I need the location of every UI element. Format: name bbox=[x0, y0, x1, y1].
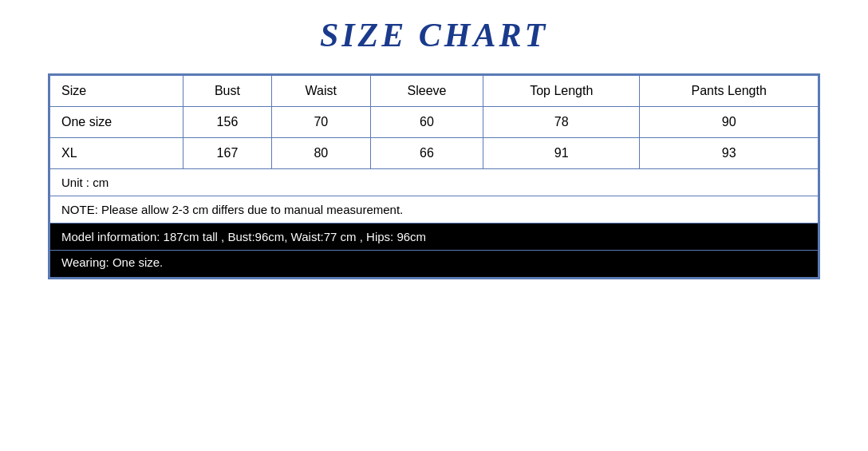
col-header-pants-length: Pants Length bbox=[640, 76, 819, 107]
col-header-waist: Waist bbox=[271, 76, 370, 107]
wearing-row: Wearing: One size. bbox=[50, 251, 819, 278]
cell-size-onesize: One size bbox=[50, 107, 183, 138]
cell-toplength-onesize: 78 bbox=[483, 107, 640, 138]
cell-waist-xl: 80 bbox=[271, 138, 370, 169]
table-header-row: Size Bust Waist Sleeve Top Length Pants … bbox=[50, 76, 819, 107]
col-header-top-length: Top Length bbox=[483, 76, 640, 107]
cell-pantslength-xl: 93 bbox=[640, 138, 819, 169]
col-header-sleeve: Sleeve bbox=[370, 76, 483, 107]
col-header-size: Size bbox=[50, 76, 183, 107]
cell-bust-xl: 167 bbox=[183, 138, 272, 169]
cell-size-xl: XL bbox=[50, 138, 183, 169]
cell-toplength-xl: 91 bbox=[483, 138, 640, 169]
table-row: One size 156 70 60 78 90 bbox=[50, 107, 819, 138]
model-info-row: Model information: 187cm tall , Bust:96c… bbox=[50, 224, 819, 251]
note-text: NOTE: Please allow 2-3 cm differs due to… bbox=[50, 196, 819, 224]
unit-text: Unit : cm bbox=[50, 169, 819, 196]
cell-sleeve-onesize: 60 bbox=[370, 107, 483, 138]
size-chart-table: Size Bust Waist Sleeve Top Length Pants … bbox=[48, 73, 820, 279]
col-header-bust: Bust bbox=[183, 76, 272, 107]
table-row: XL 167 80 66 91 93 bbox=[50, 138, 819, 169]
wearing-text: Wearing: One size. bbox=[50, 251, 819, 278]
cell-pantslength-onesize: 90 bbox=[640, 107, 819, 138]
model-info-text: Model information: 187cm tall , Bust:96c… bbox=[50, 224, 819, 251]
cell-bust-onesize: 156 bbox=[183, 107, 272, 138]
note-row: NOTE: Please allow 2-3 cm differs due to… bbox=[50, 196, 819, 224]
cell-waist-onesize: 70 bbox=[271, 107, 370, 138]
page-title: SIZE CHART bbox=[320, 16, 548, 54]
cell-sleeve-xl: 66 bbox=[370, 138, 483, 169]
unit-row: Unit : cm bbox=[50, 169, 819, 196]
